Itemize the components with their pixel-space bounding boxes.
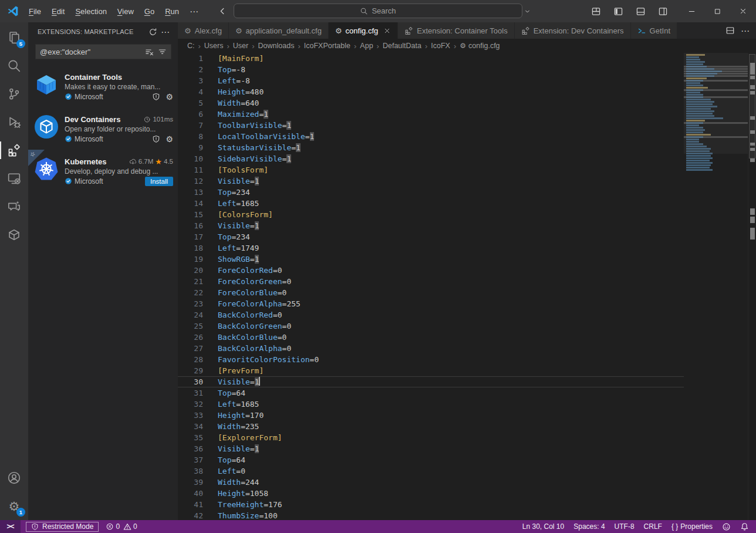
back-icon[interactable]	[215, 4, 230, 19]
restricted-mode-button[interactable]: Restricted Mode	[26, 522, 99, 532]
language-mode-button[interactable]: { } Properties	[667, 520, 717, 533]
trust-shield-icon[interactable]	[152, 93, 160, 101]
install-button[interactable]: Install	[145, 177, 173, 186]
code-line[interactable]: 8LocalToolbarVisible=1	[178, 131, 684, 142]
activity-extensions[interactable]	[0, 136, 28, 164]
toggle-secondary-sidebar-icon[interactable]	[655, 4, 670, 19]
chevron-down-icon[interactable]	[522, 4, 532, 19]
menu-run[interactable]: Run	[160, 4, 184, 18]
code-line[interactable]: 16Visible=1	[178, 220, 684, 231]
activity-accounts[interactable]	[0, 464, 28, 492]
menu-view[interactable]: View	[112, 4, 139, 18]
code-line[interactable]: 21ForeColorGreen=0	[178, 276, 684, 287]
code-line[interactable]: 31Top=64	[178, 387, 684, 399]
menu-edit[interactable]: Edit	[46, 4, 70, 18]
filter-icon[interactable]	[156, 45, 168, 58]
breadcrumb-item[interactable]: App	[360, 42, 373, 50]
more-actions-icon[interactable]: ⋯	[159, 25, 172, 38]
tab-getint[interactable]: GetInt	[631, 22, 677, 39]
code-line[interactable]: 34Width=235	[178, 421, 684, 432]
code-line[interactable]: 35[ExplorerForm]	[178, 432, 684, 443]
tab-extension-container-tools[interactable]: Extension: Container Tools	[398, 22, 514, 39]
code-line[interactable]: 10SidebarVisible=1	[178, 153, 684, 164]
breadcrumb-item[interactable]: IcoFX	[431, 42, 450, 50]
extension-item-container-tools[interactable]: Container Tools Makes it easy to create,…	[28, 65, 178, 107]
extension-item-kubernetes[interactable]: ☆ Kubernetes6.7M★4.5 Develop, deploy and…	[28, 150, 178, 192]
code-line[interactable]: 40Height=1058	[178, 488, 684, 499]
breadcrumb-item[interactable]: Users	[204, 42, 224, 50]
menu-go[interactable]: Go	[139, 4, 160, 18]
breadcrumb-item[interactable]: C:	[187, 42, 195, 50]
code-line[interactable]: 3Left=-8	[178, 75, 684, 86]
editor-more-actions-icon[interactable]: ⋯	[741, 26, 750, 35]
code-line[interactable]: 37Top=64	[178, 454, 684, 465]
activity-remote-explorer[interactable]	[0, 164, 28, 193]
code-line[interactable]: 2Top=-8	[178, 64, 684, 75]
encoding-button[interactable]: UTF-8	[610, 520, 639, 533]
code-line[interactable]: 19ShowRGB=1	[178, 254, 684, 265]
breadcrumb-item[interactable]: IcoFXPortable	[304, 42, 350, 50]
breadcrumb-item[interactable]: User	[233, 42, 248, 50]
activity-run-and-debug[interactable]	[0, 108, 28, 136]
code-line[interactable]: 5Width=640	[178, 97, 684, 109]
code-line[interactable]: 24BackColorRed=0	[178, 309, 684, 321]
menu-overflow-icon[interactable]: ⋯	[184, 4, 204, 18]
minimap-slider[interactable]	[684, 53, 748, 154]
code-line[interactable]: 22ForeColorBlue=0	[178, 287, 684, 298]
extensions-search-input[interactable]: @exe:"docker"	[35, 44, 171, 59]
command-center-search[interactable]: Search	[234, 4, 522, 18]
code-line[interactable]: 13Top=234	[178, 187, 684, 198]
close-tab-icon[interactable]	[383, 27, 391, 35]
code-line[interactable]: 30Visible=1	[178, 376, 684, 387]
trust-shield-icon[interactable]	[152, 135, 160, 143]
minimize-button[interactable]	[679, 0, 704, 22]
code-line[interactable]: 6Maximized=1	[178, 109, 684, 120]
extension-item-dev-containers[interactable]: Dev Containers101ms Open any folder or r…	[28, 107, 178, 150]
activity-chat[interactable]	[0, 193, 28, 221]
activity-search[interactable]	[0, 52, 28, 80]
problems-button[interactable]: 0 0	[102, 520, 141, 533]
scrollbar[interactable]	[748, 53, 756, 520]
menu-selection[interactable]: Selection	[70, 4, 112, 18]
indentation-button[interactable]: Spaces: 4	[569, 520, 609, 533]
code-line[interactable]: 4Height=480	[178, 86, 684, 97]
code-line[interactable]: 20ForeColorRed=0	[178, 265, 684, 276]
code-line[interactable]: 41TreeHeight=176	[178, 499, 684, 510]
code-line[interactable]: 32Left=1685	[178, 399, 684, 410]
code-line[interactable]: 42ThumbSize=100	[178, 510, 684, 520]
eol-button[interactable]: CRLF	[639, 520, 667, 533]
code-line[interactable]: 14Left=1685	[178, 198, 684, 209]
code-line[interactable]: 27BackColorAlpha=0	[178, 343, 684, 354]
code-line[interactable]: 29[PrevForm]	[178, 365, 684, 376]
close-button[interactable]	[730, 0, 756, 22]
tab-config-cfg[interactable]: ⚙ config.cfg	[329, 22, 398, 39]
minimap[interactable]	[684, 53, 748, 520]
code-line[interactable]: 26BackColorBlue=0	[178, 332, 684, 343]
manage-gear-icon[interactable]: ⚙	[166, 135, 173, 143]
breadcrumb-item[interactable]: Downloads	[258, 42, 295, 50]
customize-layout-icon[interactable]	[588, 4, 603, 19]
maximize-button[interactable]	[704, 0, 730, 22]
tab-application-default-cfg[interactable]: ⚙ application_default.cfg	[229, 22, 329, 39]
notifications-bell-icon[interactable]	[735, 520, 754, 533]
code-line[interactable]: 28FavoritColorPosition=0	[178, 354, 684, 365]
cursor-position-button[interactable]: Ln 30, Col 10	[518, 520, 569, 533]
manage-gear-icon[interactable]: ⚙	[166, 93, 173, 101]
activity-containers[interactable]	[0, 221, 28, 249]
refresh-icon[interactable]	[146, 25, 159, 38]
toggle-primary-sidebar-icon[interactable]	[610, 4, 626, 19]
split-editor-icon[interactable]	[725, 26, 735, 35]
breadcrumb-file[interactable]: ⚙config.cfg	[460, 42, 500, 50]
tab-alex-cfg[interactable]: ⚙ Alex.cfg	[178, 22, 229, 39]
activity-source-control[interactable]	[0, 80, 28, 108]
menu-file[interactable]: File	[23, 4, 46, 18]
code-line[interactable]: 25BackColorGreen=0	[178, 321, 684, 332]
code-line[interactable]: 12Visible=1	[178, 176, 684, 187]
code-line[interactable]: 7ToolbarVisible=1	[178, 120, 684, 131]
code-line[interactable]: 11[ToolsForm]	[178, 164, 684, 176]
code-line[interactable]: 39Width=244	[178, 477, 684, 488]
clear-search-icon[interactable]	[143, 45, 156, 58]
code-line[interactable]: 15[ColorsForm]	[178, 209, 684, 220]
remote-indicator[interactable]: ><	[0, 520, 21, 533]
code-editor[interactable]: 1[MainForm]2Top=-83Left=-84Height=4805Wi…	[178, 53, 684, 520]
